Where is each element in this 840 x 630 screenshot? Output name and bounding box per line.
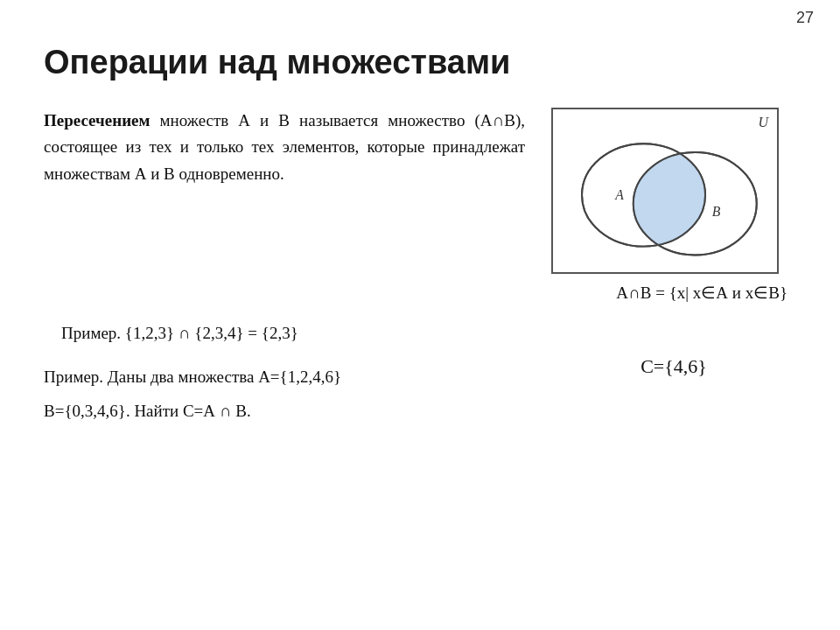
diagram-area: U (551, 108, 796, 303)
venn-container: U (551, 108, 779, 274)
u-label: U (758, 115, 768, 130)
b-label: B (712, 204, 721, 219)
intersection-formula: А∩В = {x| x∈А и x∈В} (616, 284, 788, 302)
example2-block: Пример. Даны два множества А={1,2,4,6} В… (44, 364, 525, 424)
example2-line2: В={0,3,4,6}. Найти С=А ∩ В. (44, 398, 525, 424)
formula-area: А∩В = {x| x∈А и x∈В} (551, 283, 796, 303)
example1: Пример. {1,2,3} ∩ {2,3,4} = {2,3} (44, 320, 525, 346)
page-number: 27 (796, 9, 814, 27)
example2-line1: Пример. Даны два множества А={1,2,4,6} (44, 364, 525, 390)
examples-section: Пример. {1,2,3} ∩ {2,3,4} = {2,3} Пример… (44, 320, 796, 431)
page-title: Операции над множествами (44, 44, 796, 81)
venn-diagram: A B (553, 109, 777, 272)
definition-bold: Пересечением (44, 111, 150, 130)
examples-right: С={4,6} (551, 320, 796, 431)
page: 27 Операции над множествами Пересечением… (0, 0, 840, 630)
content-area: Пересечением множеств А и В называется м… (44, 108, 796, 303)
examples-left: Пример. {1,2,3} ∩ {2,3,4} = {2,3} Пример… (44, 320, 525, 431)
definition-text: Пересечением множеств А и В называется м… (44, 108, 525, 303)
a-label: A (614, 187, 624, 202)
result-label: С={4,6} (551, 355, 796, 378)
